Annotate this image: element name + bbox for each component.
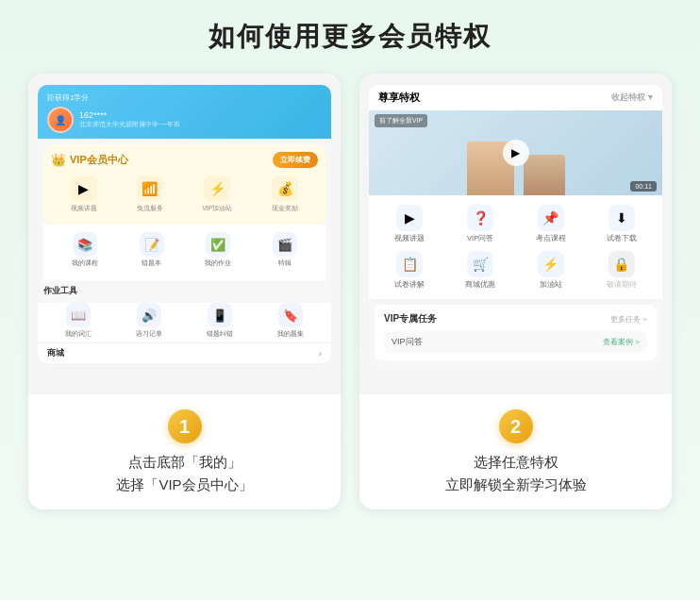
privilege-grid: ▶ 视频讲题 ❓ VIP问答 📌 考点课程 ⬇ 试卷下载 bbox=[369, 195, 662, 299]
priv-item-explain[interactable]: 📋 试卷讲解 bbox=[376, 251, 443, 290]
left-phone-inner: 距获得1学分 👤 162**** 北京师范大学光源附属中学·一年班 👑 bbox=[38, 85, 331, 363]
user-row: 👤 162**** 北京师范大学光源附属中学·一年班 bbox=[47, 107, 322, 133]
user-school: 北京师范大学光源附属中学·一年班 bbox=[79, 120, 180, 129]
left-desc-line2: 选择「VIP会员中心」 bbox=[47, 474, 322, 496]
cards-container: 距获得1学分 👤 162**** 北京师范大学光源附属中学·一年班 👑 bbox=[28, 74, 672, 509]
user-info: 162**** 北京师范大学光源附属中学·一年班 bbox=[79, 110, 180, 129]
flow-label: 免流服务 bbox=[137, 204, 163, 213]
priv-item-video[interactable]: ▶ 视频讲题 bbox=[376, 205, 443, 243]
priv-video-label: 视频讲题 bbox=[394, 234, 425, 243]
priv-item-keypoint[interactable]: 📌 考点课程 bbox=[518, 205, 585, 243]
privilege-more[interactable]: 收起特权 ▾ bbox=[611, 92, 653, 104]
cash-icon: 💰 bbox=[272, 175, 298, 202]
store-arrow-icon: › bbox=[319, 349, 322, 358]
vip-renew-button[interactable]: 立即续费 bbox=[273, 152, 318, 168]
cash-label: 现金奖励 bbox=[272, 204, 298, 213]
priv-coming-label: 敬请期待 bbox=[607, 280, 637, 290]
page-title: 如何使用更多会员特权 bbox=[208, 19, 492, 55]
tool-collection[interactable]: 🔖 我的题集 bbox=[277, 303, 304, 339]
action-special[interactable]: 🎬 特辑 bbox=[273, 232, 297, 268]
points-text: 距获得1学分 bbox=[47, 92, 322, 103]
listening-icon: 🔊 bbox=[137, 303, 161, 327]
station-icon: ⚡ bbox=[204, 175, 230, 202]
task-go-button[interactable]: 查看案例 > bbox=[603, 337, 640, 347]
vip-task-section: VIP专属任务 更多任务 > VIP问答 查看案例 > bbox=[375, 305, 657, 360]
priv-item-qa[interactable]: ❓ VIP问答 bbox=[447, 205, 514, 243]
step-1-badge: 1 bbox=[168, 409, 202, 443]
priv-item-coming: 🔒 敬请期待 bbox=[588, 251, 655, 290]
priv-qa-icon: ❓ bbox=[467, 205, 493, 231]
homework-tools-title: 作业工具 bbox=[43, 285, 325, 297]
store-title: 商城 bbox=[47, 347, 64, 359]
user-name: 162**** bbox=[79, 110, 180, 120]
flow-icon: 📶 bbox=[137, 175, 163, 202]
task-header: VIP专属任务 更多任务 > bbox=[384, 312, 647, 325]
special-icon: 🎬 bbox=[273, 232, 297, 257]
priv-keypoint-label: 考点课程 bbox=[536, 234, 566, 243]
homework-icon: ✅ bbox=[206, 232, 230, 257]
priv-video-icon: ▶ bbox=[396, 205, 423, 231]
priv-shop-icon: 🛒 bbox=[467, 251, 493, 277]
vip-icon-video[interactable]: ▶ 视频讲题 bbox=[71, 175, 97, 213]
priv-booster-label: 加油站 bbox=[540, 280, 562, 290]
vip-title: 👑 VIP会员中心 bbox=[51, 153, 128, 167]
tool-correct[interactable]: 📱 错题纠错 bbox=[207, 303, 233, 339]
vip-icons-row: ▶ 视频讲题 📶 免流服务 ⚡ VIP加油站 💰 bbox=[51, 175, 318, 213]
priv-explain-icon: 📋 bbox=[396, 251, 423, 277]
video-icon: ▶ bbox=[71, 175, 97, 202]
mistakes-icon: 📝 bbox=[140, 232, 164, 257]
special-label: 特辑 bbox=[278, 258, 292, 268]
priv-download-label: 试卷下载 bbox=[607, 234, 637, 243]
right-card-bottom: 2 选择任意特权 立即解锁全新学习体验 bbox=[359, 394, 672, 509]
action-homework[interactable]: ✅ 我的作业 bbox=[205, 232, 231, 268]
priv-item-download[interactable]: ⬇ 试卷下载 bbox=[588, 205, 655, 243]
blue-header: 距获得1学分 👤 162**** 北京师范大学光源附属中学·一年班 bbox=[38, 85, 331, 139]
vip-icon-cash[interactable]: 💰 现金奖励 bbox=[272, 175, 298, 213]
store-header: 商城 › bbox=[38, 342, 331, 363]
video-label: 视频讲题 bbox=[71, 204, 97, 213]
courses-label: 我的课程 bbox=[72, 258, 98, 268]
vip-icon-station[interactable]: ⚡ VIP加油站 bbox=[202, 175, 232, 213]
vip-header: 👑 VIP会员中心 立即续费 bbox=[51, 152, 318, 168]
action-mistakes[interactable]: 📝 错题本 bbox=[140, 232, 164, 268]
step-2-badge: 2 bbox=[499, 409, 533, 443]
avatar: 👤 bbox=[47, 107, 74, 133]
priv-booster-icon: ⚡ bbox=[538, 251, 564, 277]
collection-icon: 🔖 bbox=[278, 303, 303, 327]
privilege-header: 尊享特权 收起特权 ▾ bbox=[369, 85, 662, 110]
figure-right bbox=[524, 155, 565, 195]
task-item[interactable]: VIP问答 查看案例 > bbox=[384, 331, 647, 353]
left-card-desc: 点击底部「我的」 选择「VIP会员中心」 bbox=[47, 451, 322, 496]
crown-icon: 👑 bbox=[51, 153, 66, 167]
left-card-bottom: 1 点击底部「我的」 选择「VIP会员中心」 bbox=[28, 394, 341, 509]
tool-vocab[interactable]: 📖 我的词汇 bbox=[65, 303, 92, 339]
right-desc-line2: 立即解锁全新学习体验 bbox=[378, 474, 653, 496]
right-phone-mockup: 尊享特权 收起特权 ▾ 前了解全新VIP 00:11 ▶ ▶ bbox=[359, 74, 672, 394]
video-duration: 00:11 bbox=[630, 181, 657, 192]
mistakes-label: 错题本 bbox=[142, 258, 161, 268]
vip-icon-flow[interactable]: 📶 免流服务 bbox=[137, 175, 163, 213]
action-courses[interactable]: 📚 我的课程 bbox=[72, 232, 98, 268]
station-label: VIP加油站 bbox=[202, 204, 232, 213]
correct-label: 错题纠错 bbox=[207, 329, 233, 339]
tools-row: 📖 我的词汇 🔊 语习记单 📱 错题纠错 🔖 我的题集 bbox=[38, 303, 331, 342]
task-title: VIP专属任务 bbox=[384, 312, 437, 325]
privilege-title: 尊享特权 bbox=[378, 91, 420, 105]
priv-shop-label: 商城优惠 bbox=[465, 280, 495, 290]
action-row: 📚 我的课程 📝 错题本 ✅ 我的作业 🎬 bbox=[51, 232, 318, 268]
video-thumbnail[interactable]: 前了解全新VIP 00:11 ▶ bbox=[369, 110, 662, 195]
play-button-icon[interactable]: ▶ bbox=[503, 140, 529, 166]
task-item-label: VIP问答 bbox=[392, 336, 423, 348]
homework-label: 我的作业 bbox=[205, 258, 231, 268]
priv-item-shop[interactable]: 🛒 商城优惠 bbox=[447, 251, 514, 290]
priv-keypoint-icon: 📌 bbox=[538, 205, 564, 231]
right-phone-inner: 尊享特权 收起特权 ▾ 前了解全新VIP 00:11 ▶ ▶ bbox=[369, 85, 662, 366]
priv-explain-label: 试卷讲解 bbox=[394, 280, 425, 290]
vocab-icon: 📖 bbox=[66, 303, 91, 327]
tool-listening[interactable]: 🔊 语习记单 bbox=[136, 303, 162, 339]
video-play-text: 前了解全新VIP bbox=[375, 114, 427, 127]
task-more[interactable]: 更多任务 > bbox=[610, 314, 647, 325]
vip-center-label: VIP会员中心 bbox=[70, 153, 128, 167]
right-card: 尊享特权 收起特权 ▾ 前了解全新VIP 00:11 ▶ ▶ bbox=[359, 74, 672, 509]
priv-item-booster[interactable]: ⚡ 加油站 bbox=[518, 251, 585, 290]
